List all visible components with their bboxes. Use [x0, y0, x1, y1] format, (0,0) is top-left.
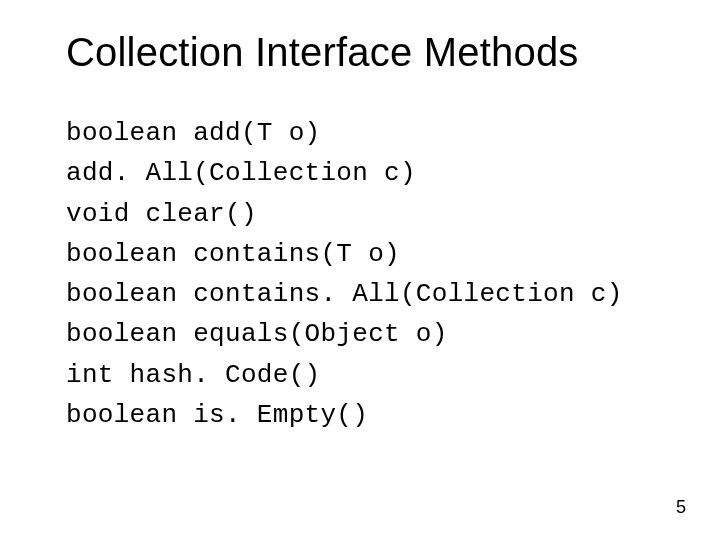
method-line: void clear() [66, 194, 660, 234]
slide-container: Collection Interface Methods boolean add… [0, 0, 720, 540]
method-line: boolean contains(T o) [66, 234, 660, 274]
method-line: boolean equals(Object o) [66, 314, 660, 354]
method-line: add. All(Collection c) [66, 153, 660, 193]
page-number: 5 [676, 497, 686, 518]
method-line: boolean contains. All(Collection c) [66, 274, 660, 314]
slide-title: Collection Interface Methods [66, 30, 660, 75]
method-line: boolean add(T o) [66, 113, 660, 153]
method-list: boolean add(T o) add. All(Collection c) … [66, 113, 660, 435]
method-line: int hash. Code() [66, 355, 660, 395]
method-line: boolean is. Empty() [66, 395, 660, 435]
